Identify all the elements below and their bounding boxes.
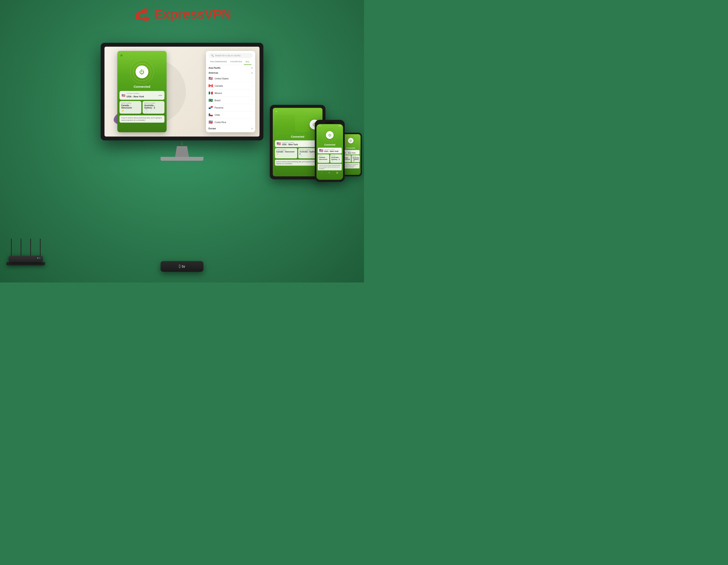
router-antenna-1 [11, 239, 12, 256]
monitor-screen: ≡ ⏻ Connected 🇺🇸 Current Location [104, 47, 260, 137]
arrow-icon: › [252, 77, 253, 80]
location-item-panama[interactable]: 🇵🇦 Panama [206, 104, 255, 111]
back-icon[interactable]: ‹ [321, 172, 322, 174]
smart-location-name: Canada - Vancouver [121, 104, 140, 109]
phone2-power-button[interactable]: ⏻ [348, 138, 354, 143]
arrow-icon: › [252, 99, 253, 102]
recent-location-label: Recent Location [144, 102, 163, 104]
logo-area: ExpressVPN [133, 6, 231, 22]
apple-logo-icon:  [179, 264, 181, 269]
phone1-clock-icon: 🕐 [331, 160, 341, 162]
phone1-connected: Connected [324, 144, 335, 146]
router-base [6, 262, 45, 266]
router-antenna-4 [40, 239, 41, 256]
region-americas-label: Americas [209, 72, 218, 74]
phone1-bottom-locs: Smart Canada - Vancouver ⚡ Recent Austra… [318, 154, 342, 163]
appletv-body:  tv [161, 261, 203, 272]
phone1-circles: ⏻ [316, 127, 343, 144]
vpn-panel-top: ≡ [117, 51, 167, 59]
tab-all[interactable]: ALL [244, 60, 251, 65]
tab-recommended[interactable]: RECOMMENDED [209, 60, 229, 65]
phone1-recent-box[interactable]: Recent Australia - Sydney - 2 🕐 [330, 154, 342, 163]
tablet-outer-circle [276, 115, 295, 134]
router-lights [9, 256, 43, 260]
location-item-brazil[interactable]: 🇧🇷 Brazil › [206, 97, 255, 104]
hamburger-icon[interactable]: ≡ [120, 54, 123, 57]
router-antennas [4, 239, 47, 256]
region-asia-pacific[interactable]: Asia Pacific ∨ [206, 65, 255, 70]
clock-icon: 🕐 [144, 109, 163, 112]
tablet-top-bar: ≡ [273, 108, 322, 114]
location-item-chile[interactable]: 🇨🇱 Chile [206, 111, 255, 118]
location-tabs: RECOMMENDED FAVORITES ALL [206, 58, 255, 65]
phone1-loc-bar[interactable]: 🇺🇸 Selected Location USA - New York [318, 148, 342, 154]
phone1-lightning-icon: ⚡ [319, 160, 328, 162]
tablet-hamburger-icon[interactable]: ≡ [275, 110, 277, 113]
monitor-stand-neck [173, 146, 191, 157]
mexico-name: Mexico [215, 92, 253, 94]
search-area: 🔍 Search for a city or country [206, 51, 255, 58]
tablet-location-bar[interactable]: 🇺🇸 Selected Location USA - New York [275, 140, 320, 147]
phone1-smart-box[interactable]: Smart Canada - Vancouver ⚡ [318, 154, 329, 163]
current-location-bar[interactable]: 🇺🇸 Current Location USA - New York ••• [119, 91, 164, 100]
logo-text: ExpressVPN [154, 6, 231, 22]
router-body [9, 256, 43, 262]
current-location-info: Current Location USA - New York [127, 93, 144, 98]
tablet-connected-status: Connected [291, 135, 304, 138]
phone1-footer: If you're serious about protecting data,… [318, 164, 342, 170]
expressvpn-logo-icon [133, 7, 150, 22]
tablet-loc-info: Selected Location USA - New York [282, 142, 298, 146]
search-placeholder: Search for a city or country [215, 54, 241, 57]
lightning-icon: ⚡ [121, 109, 140, 112]
phone2-power-icon: ⏻ [350, 140, 352, 142]
phone1-flag: 🇺🇸 [319, 149, 323, 153]
power-icon: ⏻ [139, 69, 145, 75]
region-europe-label: Europe [209, 127, 216, 130]
apple-tv:  tv [161, 261, 203, 272]
monitor-bezel: ≡ ⏻ Connected 🇺🇸 Current Location [101, 43, 263, 140]
location-options[interactable]: ••• [158, 94, 162, 97]
vpn-power-button[interactable]: ⏻ [136, 66, 148, 78]
location-item-us[interactable]: 🇺🇸 United States › [206, 75, 255, 82]
location-item-canada[interactable]: 🇨🇦 Canada › [206, 82, 255, 89]
vpn-app-panel: ≡ ⏻ Connected 🇺🇸 Current Location [117, 51, 167, 132]
tablet-lightning-icon: ⚡ [276, 153, 296, 155]
phone1-recent-loc: Australia - Sydney - 2 [331, 157, 341, 160]
chile-flag: 🇨🇱 [209, 113, 213, 117]
phone1-battery: ●●● [339, 125, 341, 127]
current-location-name: USA - New York [127, 95, 144, 98]
tablet-smart-box[interactable]: Smart Location Canada - Vancouver ⚡ [275, 148, 297, 158]
location-item-costa-rica[interactable]: 🇨🇷 Costa Rica [206, 119, 255, 126]
phone1-container: 9:41 ●●● ⏻ Connected 🇺🇸 Selected Locatio… [315, 120, 345, 182]
smart-location-label: Smart Location [121, 102, 140, 104]
recent-location-box[interactable]: Recent Location Australia - Sydney - 2 🕐 [143, 101, 164, 114]
usa-flag: 🇺🇸 [122, 94, 125, 97]
region-europe[interactable]: Europe ∨ [206, 126, 255, 131]
panama-name: Panama [215, 106, 253, 109]
led-green [37, 258, 38, 259]
appletv-text: tv [182, 264, 185, 269]
location-item-mexico[interactable]: 🇲🇽 Mexico [206, 90, 255, 97]
menu-icon[interactable]: ▦ [336, 172, 338, 174]
tab-favorites[interactable]: FAVORITES [229, 60, 244, 65]
costa-rica-flag: 🇨🇷 [209, 120, 213, 124]
tablet-bottom-locs: Smart Location Canada - Vancouver ⚡ Rece… [275, 148, 320, 158]
region-asia-pacific-label: Asia Pacific [209, 67, 221, 69]
phone1-status-bar: 9:41 ●●● [316, 124, 343, 127]
monitor-stand-base [161, 157, 203, 161]
costa-rica-name: Costa Rica [215, 121, 253, 124]
region-americas[interactable]: Americas ∧ [206, 70, 255, 75]
router [4, 239, 47, 266]
smart-location-box[interactable]: Smart Location Canada - Vancouver ⚡ [119, 101, 141, 114]
chevron-up-icon: ∧ [251, 72, 253, 74]
home-icon[interactable]: ● [328, 172, 330, 174]
phone1-power-button[interactable]: ⏻ [326, 131, 334, 139]
phone2-recent-box[interactable]: Recent Australia - Sydney - 2 [352, 155, 360, 162]
vpn-footer: If you're serious about protecting data,… [119, 115, 164, 123]
monitor: ≡ ⏻ Connected 🇺🇸 Current Location [101, 43, 263, 161]
phone1-bezel: 9:41 ●●● ⏻ Connected 🇺🇸 Selected Locatio… [315, 120, 345, 182]
search-bar[interactable]: 🔍 Search for a city or country [209, 53, 253, 58]
tablet-mid-circle [295, 117, 310, 132]
router-antenna-3 [30, 239, 31, 256]
phone2-recent-loc: Australia - Sydney - 2 [352, 157, 359, 162]
